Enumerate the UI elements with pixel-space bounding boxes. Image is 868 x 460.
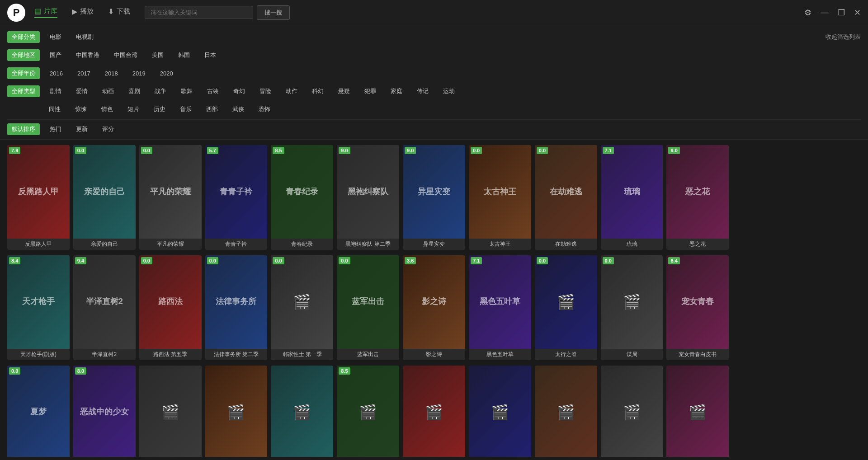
filter-genre-war[interactable]: 战争 (150, 85, 171, 97)
movie-rating: 0.0 (9, 367, 20, 375)
movie-card[interactable]: 半泽直树29.4半泽直树2 (73, 255, 136, 360)
filter-genre-fantasy[interactable]: 奇幻 (229, 85, 250, 97)
movie-card[interactable]: 异星灾变9.0异星灾变 (403, 145, 465, 250)
movie-card[interactable]: 🎬 (271, 366, 333, 457)
movie-card[interactable]: 🎬 (403, 366, 465, 457)
close-icon[interactable]: ✕ (854, 8, 861, 18)
filter-label-category[interactable]: 全部分类 (7, 31, 40, 43)
movie-card[interactable]: 路西法0.0路西法 第五季 (139, 255, 202, 360)
movie-card[interactable]: 🎬 (139, 366, 202, 457)
movie-rating: 7.1 (603, 147, 614, 154)
sort-rating[interactable]: 评分 (98, 123, 118, 135)
nav-tab-library[interactable]: ▤ 片库 (34, 7, 57, 18)
filter-genre-wuxia[interactable]: 武侠 (228, 103, 249, 115)
movie-card[interactable]: 黑袍纠察队9.0黑袍纠察队 第二季 (337, 145, 399, 250)
movie-card[interactable]: 天才枪手8.4天才枪手(剧版) (7, 255, 70, 360)
movie-card[interactable]: 蓝军出击0.0蓝军出击 (337, 255, 399, 360)
filter-genre-western[interactable]: 西部 (202, 103, 222, 115)
movie-card[interactable]: 🎬 (601, 366, 663, 457)
filter-genre-sports[interactable]: 运动 (439, 85, 459, 97)
filter-genre-mystery[interactable]: 悬疑 (334, 85, 354, 97)
filter-item-tv[interactable]: 电视剧 (71, 31, 98, 43)
filter-genre-erotic[interactable]: 情色 (97, 103, 118, 115)
movie-card[interactable]: 🎬 (535, 366, 597, 457)
movie-card[interactable]: 🎬0.0邻家性士 第一季 (271, 255, 333, 360)
filter-genre-drama[interactable]: 剧情 (45, 85, 66, 97)
filter-item-us[interactable]: 美国 (147, 49, 168, 61)
filter-genre-scifi[interactable]: 科幻 (307, 85, 328, 97)
filter-genre-lgbt[interactable]: 同性 (44, 103, 65, 115)
movie-card[interactable]: 宠女青春8.4宠女青春白皮书 (666, 255, 729, 360)
movie-card[interactable]: 黑色五叶草7.1黑色五叶草 (469, 255, 531, 360)
filter-genre-thriller[interactable]: 惊悚 (71, 103, 91, 115)
filter-label-genre[interactable]: 全部类型 (7, 85, 40, 97)
filter-genre-adventure[interactable]: 冒险 (255, 85, 276, 97)
filter-genre-anime[interactable]: 动画 (98, 85, 118, 97)
filter-row-genre2: 同性 惊悚 情色 短片 历史 音乐 西部 武侠 恐怖 (44, 101, 861, 117)
nav-tab-play[interactable]: ▶ 播放 (72, 7, 94, 18)
filter-collapse-btn[interactable]: 收起筛选列表 (826, 33, 861, 41)
search-button[interactable]: 搜一搜 (257, 5, 290, 20)
filter-genre-music[interactable]: 音乐 (175, 103, 196, 115)
minimize-icon[interactable]: — (821, 8, 829, 17)
movie-title: 黑色五叶草 (469, 349, 531, 360)
filter-genre-action[interactable]: 动作 (281, 85, 302, 97)
filter-item-domestic[interactable]: 国产 (45, 49, 66, 61)
filter-genre-horror[interactable]: 恐怖 (254, 103, 275, 115)
filter-item-2017[interactable]: 2017 (73, 68, 95, 79)
filter-label-region[interactable]: 全部地区 (7, 49, 40, 61)
filter-item-2016[interactable]: 2016 (45, 68, 67, 79)
movie-title: 宠女青春白皮书 (666, 349, 729, 360)
movie-card[interactable]: 太古神王0.0太古神王 (469, 145, 531, 250)
movie-card[interactable]: 🎬0.0太行之脊 (535, 255, 597, 360)
placeholder-icon: 🎬 (689, 404, 707, 421)
filter-item-hk[interactable]: 中国香港 (71, 49, 104, 61)
sort-hot[interactable]: 热门 (45, 123, 66, 135)
movie-card[interactable]: 🎬 (205, 366, 268, 457)
filter-genre-costume[interactable]: 古装 (203, 85, 223, 97)
movie-card[interactable]: 青青子衿5.7青青子衿 (205, 145, 268, 250)
movie-card[interactable]: 恶之花9.0恶之花 (666, 145, 729, 250)
movie-card[interactable]: 在劫难逃0.0在劫难逃 (535, 145, 597, 250)
movie-rating: 5.7 (207, 147, 218, 154)
sort-update[interactable]: 更新 (71, 123, 92, 135)
filter-genre-musical[interactable]: 歌舞 (176, 85, 197, 97)
filter-item-jp[interactable]: 日本 (200, 49, 221, 61)
movie-card[interactable]: 亲爱的自己0.0亲爱的自己 (73, 145, 136, 250)
movie-card[interactable]: 🎬8.5 (337, 366, 399, 457)
movie-card[interactable]: 反黑路人甲7.9反黑路人甲 (7, 145, 70, 250)
filter-item-tw[interactable]: 中国台湾 (109, 49, 142, 61)
movie-card[interactable]: 影之诗3.6影之诗 (403, 255, 465, 360)
nav-tab-download[interactable]: ⬇ 下载 (108, 7, 130, 18)
movie-card[interactable]: 法律事务所0.0法律事务所 第二季 (205, 255, 268, 360)
filter-item-kr[interactable]: 韩国 (174, 49, 194, 61)
filter-item-2018[interactable]: 2018 (100, 68, 123, 79)
poster-text: 平凡的荣耀 (146, 183, 194, 201)
filter-item-2020[interactable]: 2020 (156, 68, 178, 79)
filter-item-movie[interactable]: 电影 (45, 31, 66, 43)
filter-item-2019[interactable]: 2019 (128, 68, 150, 79)
search-input[interactable] (145, 6, 253, 19)
movie-title: 谋局 (601, 349, 663, 360)
movie-card[interactable]: 平凡的荣耀0.0平凡的荣耀 (139, 145, 202, 250)
filter-genre-romance[interactable]: 爱情 (71, 85, 92, 97)
movie-card[interactable]: 夏梦0.0 (7, 366, 70, 457)
sort-label[interactable]: 默认排序 (7, 123, 40, 135)
filter-genre-comedy[interactable]: 喜剧 (124, 85, 145, 97)
movie-card[interactable]: 🎬0.0谋局 (601, 255, 663, 360)
filter-label-year[interactable]: 全部年份 (7, 67, 40, 79)
movie-card[interactable]: 恶战中的少女8.0 (73, 366, 136, 457)
filter-genre-crime[interactable]: 犯罪 (360, 85, 381, 97)
filter-genre-short[interactable]: 短片 (123, 103, 144, 115)
movie-card[interactable]: 琉璃7.1琉璃 (601, 145, 663, 250)
settings-icon[interactable]: ⚙ (804, 8, 811, 18)
movie-title: 异星灾变 (403, 239, 465, 250)
movie-rating: 0.0 (141, 257, 152, 264)
filter-genre-biography[interactable]: 传记 (412, 85, 433, 97)
filter-genre-history[interactable]: 历史 (149, 103, 170, 115)
filter-genre-family[interactable]: 家庭 (386, 85, 407, 97)
movie-card[interactable]: 🎬 (469, 366, 531, 457)
restore-icon[interactable]: ❐ (838, 8, 845, 18)
movie-card[interactable]: 🎬 (666, 366, 729, 457)
movie-card[interactable]: 青春纪录8.5青春纪录 (271, 145, 333, 250)
